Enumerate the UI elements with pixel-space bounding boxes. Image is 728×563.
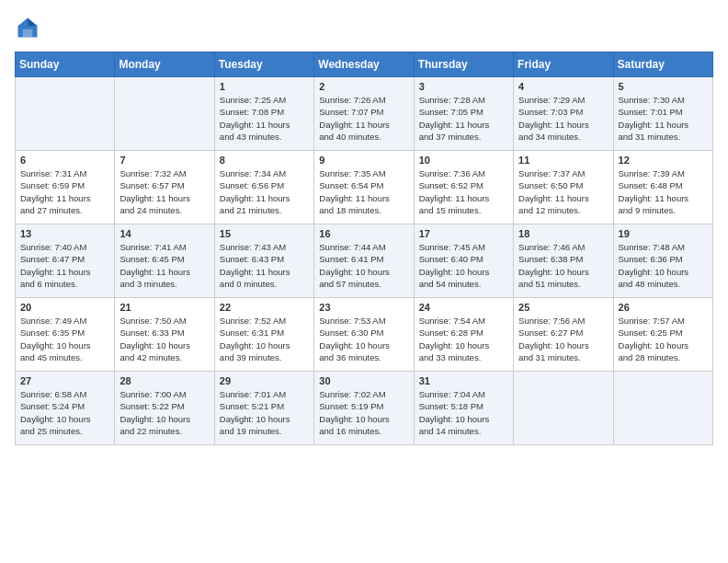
weekday-header: Monday: [115, 52, 214, 77]
calendar-cell: [16, 77, 115, 151]
day-number: 22: [220, 302, 309, 313]
day-info: Sunrise: 7:54 AM Sunset: 6:28 PM Dayligh…: [419, 315, 508, 363]
day-info: Sunrise: 7:29 AM Sunset: 7:03 PM Dayligh…: [518, 94, 608, 143]
calendar-cell: 22Sunrise: 7:52 AM Sunset: 6:31 PM Dayli…: [214, 298, 313, 372]
day-info: Sunrise: 7:49 AM Sunset: 6:35 PM Dayligh…: [20, 315, 109, 363]
day-number: 9: [319, 155, 408, 166]
day-number: 23: [319, 302, 408, 313]
day-number: 11: [518, 155, 608, 166]
day-number: 12: [619, 155, 708, 166]
svg-marker-1: [28, 18, 38, 27]
calendar-cell: 5Sunrise: 7:30 AM Sunset: 7:01 PM Daylig…: [613, 77, 712, 151]
weekday-header: Sunday: [16, 52, 115, 77]
day-number: 25: [518, 302, 608, 313]
calendar-cell: 28Sunrise: 7:00 AM Sunset: 5:22 PM Dayli…: [115, 372, 214, 445]
calendar-week-row: 1Sunrise: 7:25 AM Sunset: 7:08 PM Daylig…: [16, 77, 713, 151]
calendar-cell: 12Sunrise: 7:39 AM Sunset: 6:48 PM Dayli…: [613, 151, 712, 224]
day-number: 19: [619, 228, 708, 239]
calendar-cell: [514, 372, 613, 445]
calendar-cell: 1Sunrise: 7:25 AM Sunset: 7:08 PM Daylig…: [214, 77, 313, 151]
calendar-cell: 14Sunrise: 7:41 AM Sunset: 6:45 PM Dayli…: [115, 224, 214, 298]
day-info: Sunrise: 7:35 AM Sunset: 6:54 PM Dayligh…: [319, 167, 408, 216]
calendar-week-row: 20Sunrise: 7:49 AM Sunset: 6:35 PM Dayli…: [16, 298, 713, 372]
calendar-cell: 19Sunrise: 7:48 AM Sunset: 6:36 PM Dayli…: [613, 224, 712, 298]
calendar-cell: 23Sunrise: 7:53 AM Sunset: 6:30 PM Dayli…: [314, 298, 414, 372]
day-info: Sunrise: 7:32 AM Sunset: 6:57 PM Dayligh…: [119, 167, 209, 216]
page-header: [15, 15, 713, 40]
day-number: 31: [419, 375, 508, 386]
day-number: 13: [20, 228, 109, 239]
day-number: 10: [419, 155, 508, 166]
calendar-cell: 8Sunrise: 7:34 AM Sunset: 6:56 PM Daylig…: [214, 151, 313, 224]
day-info: Sunrise: 7:44 AM Sunset: 6:41 PM Dayligh…: [319, 241, 408, 290]
calendar-cell: [115, 77, 214, 151]
calendar-cell: 21Sunrise: 7:50 AM Sunset: 6:33 PM Dayli…: [115, 298, 214, 372]
day-number: 27: [20, 375, 109, 386]
calendar-cell: 26Sunrise: 7:57 AM Sunset: 6:25 PM Dayli…: [613, 298, 712, 372]
weekday-header: Wednesday: [314, 52, 414, 77]
day-info: Sunrise: 7:02 AM Sunset: 5:19 PM Dayligh…: [319, 388, 408, 437]
calendar-cell: 3Sunrise: 7:28 AM Sunset: 7:05 PM Daylig…: [414, 77, 513, 151]
day-info: Sunrise: 7:28 AM Sunset: 7:05 PM Dayligh…: [419, 94, 508, 143]
day-number: 4: [518, 81, 608, 92]
day-info: Sunrise: 7:36 AM Sunset: 6:52 PM Dayligh…: [419, 167, 508, 216]
day-number: 6: [20, 155, 109, 166]
day-number: 26: [619, 302, 708, 313]
calendar-cell: 25Sunrise: 7:56 AM Sunset: 6:27 PM Dayli…: [514, 298, 613, 372]
day-info: Sunrise: 7:45 AM Sunset: 6:40 PM Dayligh…: [419, 241, 508, 290]
day-info: Sunrise: 7:48 AM Sunset: 6:36 PM Dayligh…: [619, 241, 708, 290]
calendar-cell: 17Sunrise: 7:45 AM Sunset: 6:40 PM Dayli…: [414, 224, 513, 298]
calendar-cell: 7Sunrise: 7:32 AM Sunset: 6:57 PM Daylig…: [115, 151, 214, 224]
day-info: Sunrise: 7:00 AM Sunset: 5:22 PM Dayligh…: [119, 388, 209, 437]
day-number: 18: [518, 228, 608, 239]
calendar-cell: 2Sunrise: 7:26 AM Sunset: 7:07 PM Daylig…: [314, 77, 414, 151]
calendar-cell: 24Sunrise: 7:54 AM Sunset: 6:28 PM Dayli…: [414, 298, 513, 372]
day-number: 21: [119, 302, 209, 313]
day-number: 15: [220, 228, 309, 239]
day-number: 28: [119, 375, 209, 386]
calendar-week-row: 27Sunrise: 6:58 AM Sunset: 5:24 PM Dayli…: [16, 372, 713, 445]
calendar-cell: 9Sunrise: 7:35 AM Sunset: 6:54 PM Daylig…: [314, 151, 414, 224]
calendar-cell: 4Sunrise: 7:29 AM Sunset: 7:03 PM Daylig…: [514, 77, 613, 151]
day-number: 17: [419, 228, 508, 239]
calendar-table: SundayMondayTuesdayWednesdayThursdayFrid…: [15, 52, 713, 445]
calendar-cell: 27Sunrise: 6:58 AM Sunset: 5:24 PM Dayli…: [16, 372, 115, 445]
day-number: 14: [119, 228, 209, 239]
day-info: Sunrise: 7:31 AM Sunset: 6:59 PM Dayligh…: [20, 167, 109, 216]
day-info: Sunrise: 7:04 AM Sunset: 5:18 PM Dayligh…: [419, 388, 508, 437]
day-info: Sunrise: 7:43 AM Sunset: 6:43 PM Dayligh…: [220, 241, 309, 290]
day-number: 29: [220, 375, 309, 386]
day-info: Sunrise: 7:57 AM Sunset: 6:25 PM Dayligh…: [619, 315, 708, 363]
day-info: Sunrise: 7:25 AM Sunset: 7:08 PM Dayligh…: [220, 94, 309, 143]
day-info: Sunrise: 7:56 AM Sunset: 6:27 PM Dayligh…: [518, 315, 608, 363]
day-number: 5: [619, 81, 708, 92]
calendar-cell: 11Sunrise: 7:37 AM Sunset: 6:50 PM Dayli…: [514, 151, 613, 224]
calendar-cell: 18Sunrise: 7:46 AM Sunset: 6:38 PM Dayli…: [514, 224, 613, 298]
logo-icon: [15, 15, 40, 40]
day-info: Sunrise: 7:41 AM Sunset: 6:45 PM Dayligh…: [119, 241, 209, 290]
day-info: Sunrise: 7:01 AM Sunset: 5:21 PM Dayligh…: [220, 388, 309, 437]
calendar-week-row: 13Sunrise: 7:40 AM Sunset: 6:47 PM Dayli…: [16, 224, 713, 298]
logo: [15, 15, 44, 40]
weekday-header: Saturday: [613, 52, 712, 77]
calendar-cell: [613, 372, 712, 445]
calendar-week-row: 6Sunrise: 7:31 AM Sunset: 6:59 PM Daylig…: [16, 151, 713, 224]
calendar-cell: 13Sunrise: 7:40 AM Sunset: 6:47 PM Dayli…: [16, 224, 115, 298]
day-number: 16: [319, 228, 408, 239]
day-number: 24: [419, 302, 508, 313]
day-number: 2: [319, 81, 408, 92]
calendar-cell: 10Sunrise: 7:36 AM Sunset: 6:52 PM Dayli…: [414, 151, 513, 224]
day-info: Sunrise: 7:40 AM Sunset: 6:47 PM Dayligh…: [20, 241, 109, 290]
day-info: Sunrise: 7:30 AM Sunset: 7:01 PM Dayligh…: [619, 94, 708, 143]
day-number: 20: [20, 302, 109, 313]
day-number: 30: [319, 375, 408, 386]
calendar-cell: 16Sunrise: 7:44 AM Sunset: 6:41 PM Dayli…: [314, 224, 414, 298]
calendar-cell: 29Sunrise: 7:01 AM Sunset: 5:21 PM Dayli…: [214, 372, 313, 445]
day-info: Sunrise: 7:37 AM Sunset: 6:50 PM Dayligh…: [518, 167, 608, 216]
calendar-cell: 6Sunrise: 7:31 AM Sunset: 6:59 PM Daylig…: [16, 151, 115, 224]
day-number: 7: [119, 155, 209, 166]
calendar-cell: 15Sunrise: 7:43 AM Sunset: 6:43 PM Dayli…: [214, 224, 313, 298]
day-number: 3: [419, 81, 508, 92]
day-info: Sunrise: 7:52 AM Sunset: 6:31 PM Dayligh…: [220, 315, 309, 363]
day-info: Sunrise: 7:34 AM Sunset: 6:56 PM Dayligh…: [220, 167, 309, 216]
